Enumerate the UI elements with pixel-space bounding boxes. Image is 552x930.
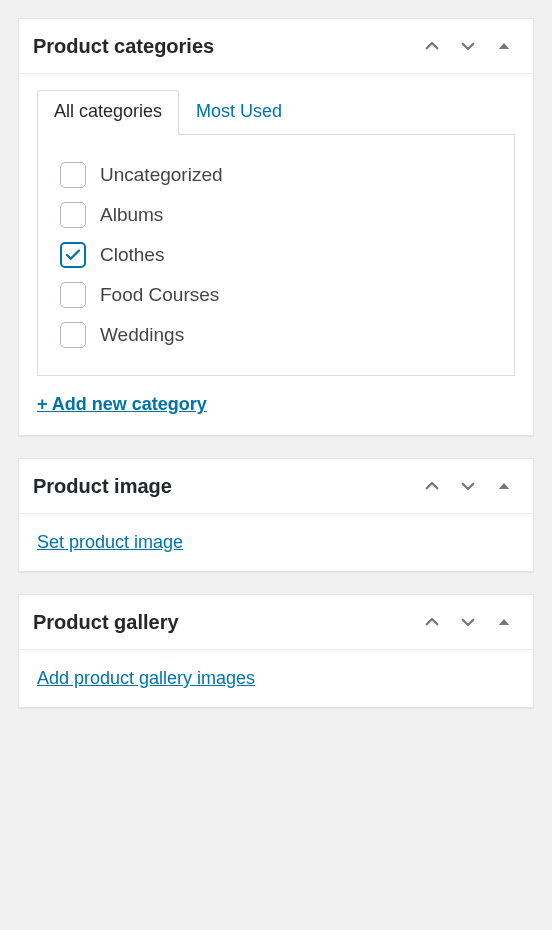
add-gallery-images-link[interactable]: Add product gallery images [37, 668, 255, 689]
checkbox-weddings[interactable] [60, 322, 86, 348]
category-label: Albums [100, 204, 163, 226]
list-item: Food Courses [60, 275, 492, 315]
add-new-category-link[interactable]: + Add new category [37, 394, 207, 415]
category-label: Clothes [100, 244, 164, 266]
product-categories-panel: Product categories All categories Most U… [18, 18, 534, 436]
tab-all-categories[interactable]: All categories [37, 90, 179, 134]
toggle-button[interactable] [489, 31, 519, 61]
category-label: Food Courses [100, 284, 219, 306]
product-gallery-panel: Product gallery Add product gallery imag… [18, 594, 534, 708]
triangle-up-icon [495, 477, 513, 495]
move-down-button[interactable] [453, 31, 483, 61]
product-image-panel: Product image Set product image [18, 458, 534, 572]
triangle-up-icon [495, 613, 513, 631]
set-product-image-link[interactable]: Set product image [37, 532, 183, 553]
checkbox-albums[interactable] [60, 202, 86, 228]
panel-controls [417, 31, 519, 61]
panel-title: Product gallery [33, 611, 417, 634]
move-up-button[interactable] [417, 31, 447, 61]
panel-header: Product gallery [19, 595, 533, 650]
chevron-up-icon [423, 37, 441, 55]
move-down-button[interactable] [453, 607, 483, 637]
chevron-up-icon [423, 613, 441, 631]
panel-title: Product categories [33, 35, 417, 58]
panel-controls [417, 607, 519, 637]
chevron-down-icon [459, 477, 477, 495]
chevron-down-icon [459, 37, 477, 55]
checkbox-uncategorized[interactable] [60, 162, 86, 188]
triangle-up-icon [495, 37, 513, 55]
category-list-panel: Uncategorized Albums Clothes Food Course… [37, 134, 515, 376]
list-item: Uncategorized [60, 155, 492, 195]
list-item: Clothes [60, 235, 492, 275]
checkbox-food-courses[interactable] [60, 282, 86, 308]
panel-body: Add product gallery images [19, 650, 533, 707]
panel-controls [417, 471, 519, 501]
panel-body: Set product image [19, 514, 533, 571]
checkbox-clothes[interactable] [60, 242, 86, 268]
panel-title: Product image [33, 475, 417, 498]
category-list: Uncategorized Albums Clothes Food Course… [60, 155, 492, 355]
move-up-button[interactable] [417, 607, 447, 637]
toggle-button[interactable] [489, 607, 519, 637]
panel-header: Product categories [19, 19, 533, 74]
chevron-down-icon [459, 613, 477, 631]
chevron-up-icon [423, 477, 441, 495]
toggle-button[interactable] [489, 471, 519, 501]
category-label: Uncategorized [100, 164, 223, 186]
list-item: Weddings [60, 315, 492, 355]
panel-header: Product image [19, 459, 533, 514]
list-item: Albums [60, 195, 492, 235]
category-tabs: All categories Most Used [37, 90, 515, 135]
move-down-button[interactable] [453, 471, 483, 501]
panel-body: All categories Most Used Uncategorized A… [19, 74, 533, 435]
category-label: Weddings [100, 324, 184, 346]
move-up-button[interactable] [417, 471, 447, 501]
check-icon [64, 246, 82, 264]
tab-most-used[interactable]: Most Used [179, 90, 299, 134]
